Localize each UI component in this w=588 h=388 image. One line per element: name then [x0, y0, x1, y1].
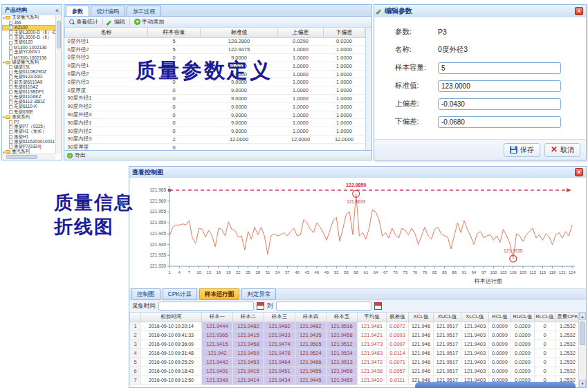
cell: 0.0209 — [511, 331, 535, 340]
table-row[interactable]: 0度外径15128.28000.02900.0200 — [65, 37, 365, 46]
table-vertical-scrollbar[interactable] — [578, 313, 586, 387]
save-button[interactable]: 保存 — [504, 143, 540, 157]
cell: 9.0000 — [201, 102, 278, 111]
scroll-up-icon[interactable] — [579, 313, 586, 320]
cell: 1.0000 — [278, 70, 324, 78]
column-header[interactable]: RLCL值 — [535, 313, 555, 322]
cell: 0 — [535, 367, 555, 376]
blue-highlight-bar — [415, 382, 576, 388]
cell: 121.9517 — [434, 358, 461, 367]
cell: 9.0000 — [201, 95, 278, 103]
table-row[interactable]: 22016-09-10 09:41:33121.9365121.9415121.… — [130, 331, 580, 340]
cell: 1.2532 — [555, 331, 580, 340]
manual-add-button[interactable]: 手动添加 — [132, 17, 166, 26]
table-row[interactable]: 90度外径309.00001.00001.0000 — [65, 111, 365, 119]
grid-vertical-scrollbar[interactable] — [365, 28, 371, 150]
tab-2[interactable]: 加工过程 — [127, 6, 161, 16]
column-header[interactable]: 样本三 — [264, 313, 295, 322]
table-row[interactable]: 90度厚度0 — [65, 143, 365, 150]
to-date-input[interactable] — [276, 302, 371, 311]
table-row[interactable]: 90度内径109.00001.00001.0000 — [65, 119, 365, 127]
field-input-2[interactable] — [438, 98, 561, 110]
column-header[interactable]: 样本容量 — [148, 28, 201, 37]
cell: 121.9482 — [233, 322, 264, 331]
close-icon[interactable] — [575, 168, 583, 176]
chart-plot-area: 121.965121.960121.955121.950121.945121.9… — [129, 178, 586, 288]
table-row[interactable]: 90度内径3212.000012.000012.0000 — [65, 136, 365, 144]
cell: 1.0000 — [278, 78, 324, 86]
cell: 2016-09-10 09:36:09 — [141, 340, 202, 349]
cell: 121.942 — [202, 349, 233, 358]
tree-group-2[interactable]: ▾潍柴系列 — [2, 115, 55, 120]
calendar-icon[interactable] — [257, 302, 264, 310]
tree-item[interactable]: 玉柴YC6DV1 — [2, 50, 55, 55]
scroll-down-icon[interactable] — [579, 380, 586, 387]
column-header[interactable]: 样本一 — [202, 313, 233, 322]
cell: 1.0000 — [324, 102, 365, 111]
export-button[interactable]: 导出 — [75, 151, 86, 159]
column-header[interactable]: 下偏差 — [324, 28, 365, 37]
tree-item[interactable]: J66 — [2, 20, 55, 25]
field-input-0[interactable] — [438, 62, 561, 74]
column-header[interactable]: XCL值 — [409, 313, 434, 322]
x-tick-label: 100 — [490, 270, 497, 275]
field-label: 上偏差: — [395, 99, 438, 109]
collapse-panel-icon[interactable]: « — [55, 7, 59, 14]
column-header[interactable]: 样本二 — [233, 313, 264, 322]
calendar-icon[interactable] — [374, 302, 382, 310]
bottom-tab-1[interactable]: CPK计算 — [163, 288, 197, 300]
column-header[interactable]: 极差值 — [387, 313, 409, 322]
column-header[interactable]: 名称 — [65, 28, 148, 37]
table-row[interactable]: 52016-09-10 09:25:29121.9442121.9453121.… — [130, 358, 580, 367]
table-row[interactable]: 62016-09-10 09:18:43121.9401121.9415121.… — [130, 367, 580, 376]
document-icon — [9, 120, 12, 124]
column-header[interactable]: XLCL值 — [461, 313, 489, 322]
bottom-tab-3[interactable]: 判定异常 — [241, 288, 276, 300]
cancel-button[interactable]: 取消 — [544, 143, 580, 157]
document-icon — [9, 71, 12, 75]
table-row[interactable]: 32016-09-10 09:36:09121.9415121.9458121.… — [130, 340, 580, 349]
table-row[interactable]: 90度外径109.00001.00001.0000 — [65, 95, 365, 103]
tree-group-0[interactable]: ▾玉柴重汽系列 — [2, 15, 55, 20]
x-tick-label: 67 — [383, 270, 388, 275]
bottom-tab-2[interactable]: 样本运行图 — [199, 288, 240, 300]
column-header[interactable]: 样本五 — [327, 313, 358, 322]
field-input-1[interactable] — [438, 80, 561, 92]
table-row[interactable]: 90度内径209.00001.00001.0000 — [65, 127, 365, 136]
tab-0[interactable]: 参数 — [66, 6, 89, 16]
table-row[interactable]: 12016-09-10 10:20:14121.9444121.9482121.… — [130, 322, 580, 331]
column-header[interactable]: 标准值 — [201, 28, 278, 37]
cell: 4 — [130, 349, 141, 358]
tree-item[interactable]: 玉柴6120 — [2, 40, 55, 45]
tab-1[interactable]: 统计编码 — [91, 6, 125, 16]
edit-button[interactable]: 编辑 — [105, 17, 127, 26]
from-date-input[interactable] — [158, 302, 254, 311]
column-header[interactable]: RCL值 — [489, 313, 511, 322]
column-header[interactable] — [130, 313, 141, 322]
column-header[interactable]: 平均值 — [358, 313, 387, 322]
tree-item[interactable]: 潍柴H1（加长） — [2, 129, 55, 134]
column-header[interactable]: 质量CPK — [555, 313, 580, 322]
table-row[interactable]: 90度外径209.00001.00001.0000 — [65, 102, 365, 111]
table-row[interactable]: 42016-09-10 09:31:48121.942121.9459121.9… — [130, 349, 580, 358]
field-label: 标准值: — [395, 81, 438, 91]
cell: 0.0209 — [511, 367, 535, 376]
table-row[interactable]: 0度厚度09.00001.00001.0000 — [65, 86, 365, 95]
column-header[interactable]: 上偏差 — [278, 28, 324, 37]
tree-horizontal-scrollbar[interactable] — [2, 154, 55, 160]
column-header[interactable]: XUCL值 — [434, 313, 461, 322]
x-tick-label: 58 — [353, 270, 358, 275]
close-icon[interactable] — [575, 7, 583, 15]
column-header[interactable]: 样本四 — [295, 313, 327, 322]
cell: 121.9401 — [202, 367, 233, 376]
table-row[interactable]: 0度外径25122.94751.00001.0000 — [65, 46, 365, 54]
field-input-3[interactable] — [438, 116, 561, 128]
column-header[interactable]: RUCL值 — [511, 313, 535, 322]
column-header[interactable]: 检验时间 — [141, 313, 202, 322]
view-statistics-button[interactable]: 查看统计 — [67, 17, 100, 26]
scrollbar-thumb[interactable] — [580, 322, 585, 345]
tree-vertical-scrollbar[interactable] — [55, 15, 62, 154]
cell: 0.0209 — [511, 358, 535, 367]
cell: 0.0093 — [387, 331, 409, 340]
bottom-tab-0[interactable]: 控制图 — [131, 288, 160, 300]
